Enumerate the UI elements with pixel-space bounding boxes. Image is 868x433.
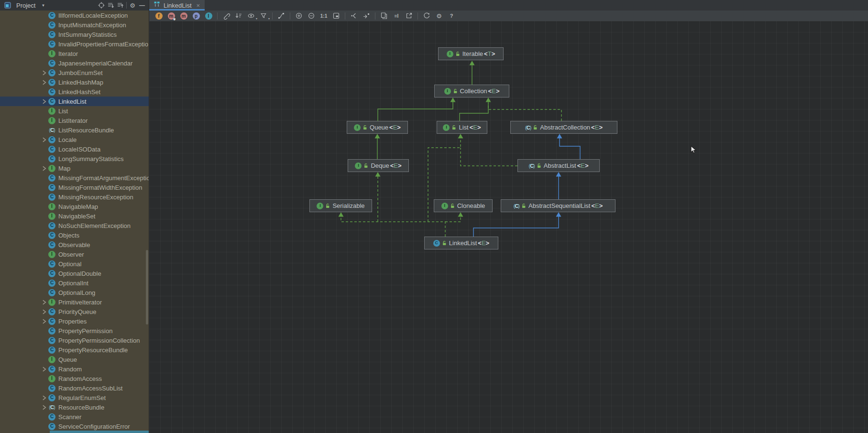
properties-icon[interactable]: p: [190, 11, 202, 21]
sidebar-item-navigableset[interactable]: INavigableSet: [0, 211, 149, 221]
sidebar-item-queue[interactable]: IQueue: [0, 355, 149, 364]
caret-down-icon[interactable]: ▼: [38, 0, 48, 10]
uml-node-abstract-list[interactable]: (C)AbstractList<E>: [517, 159, 600, 172]
chevron-right-icon[interactable]: [40, 166, 48, 171]
sidebar-item-randomaccess[interactable]: IRandomAccess: [0, 374, 149, 383]
sidebar-item-locale[interactable]: CLocale: [0, 135, 149, 144]
chevron-right-icon[interactable]: [40, 367, 48, 372]
locate-icon[interactable]: [97, 0, 106, 10]
sidebar-item-random[interactable]: CRandom: [0, 364, 149, 374]
project-panel-title[interactable]: Project: [16, 2, 35, 9]
chevron-right-icon[interactable]: [40, 309, 48, 314]
sidebar-item-map[interactable]: IMap: [0, 163, 149, 173]
sidebar-item-illformedlocaleexception[interactable]: CIllformedLocaleException: [0, 11, 149, 20]
sidebar-item-intsummarystatistics[interactable]: CIntSummaryStatistics: [0, 30, 149, 39]
sidebar-item-listresourcebundle[interactable]: (C)ListResourceBundle: [0, 125, 149, 135]
help-icon[interactable]: ?: [445, 11, 458, 21]
sidebar-item-localeisodata[interactable]: CLocaleISOData: [0, 144, 149, 154]
uml-node-linked-list[interactable]: CLinkedList<E>: [424, 237, 498, 249]
text-size-icon[interactable]: ≡I: [390, 11, 403, 21]
edge-routing-icon[interactable]: [275, 11, 287, 21]
sidebar-item-observer[interactable]: IObserver: [0, 249, 149, 259]
sidebar-item-linkedhashset[interactable]: CLinkedHashSet: [0, 87, 149, 97]
sidebar-item-optionaldouble[interactable]: COptionalDouble: [0, 269, 149, 278]
diagram-canvas[interactable]: IIterable<T>ICollection<E>IQueue<E>IList…: [149, 21, 868, 433]
sidebar-item-serviceconfigurationerror[interactable]: CServiceConfigurationError: [0, 422, 149, 431]
sidebar-item-primitiveiterator[interactable]: IPrimitiveIterator: [0, 297, 149, 307]
sidebar-item-navigablemap[interactable]: INavigableMap: [0, 202, 149, 211]
tab-linkedlist-diagram[interactable]: LinkedList ×: [149, 0, 205, 11]
fields-icon[interactable]: f: [153, 11, 165, 21]
settings-icon[interactable]: ⚙: [433, 11, 445, 21]
sidebar-item-randomaccesssublist[interactable]: CRandomAccessSubList: [0, 383, 149, 393]
visibility-icon[interactable]: ▾: [245, 11, 257, 21]
hide-panel-icon[interactable]: —: [137, 0, 147, 10]
sidebar-item-objects[interactable]: CObjects: [0, 230, 149, 240]
fit-content-icon[interactable]: [330, 11, 342, 21]
sidebar-item-missingformatwidthexception[interactable]: CMissingFormatWidthException: [0, 183, 149, 192]
export-icon[interactable]: [403, 11, 415, 21]
zoom-in-icon[interactable]: [293, 11, 305, 21]
sidebar-item-invalidpropertiesformatexceptio[interactable]: CInvalidPropertiesFormatExceptio: [0, 39, 149, 49]
sidebar-item-missingformatargumentexceptio[interactable]: CMissingFormatArgumentExceptio: [0, 173, 149, 183]
uml-node-serializable[interactable]: ISerializable: [309, 199, 372, 212]
sidebar-item-linkedhashmap[interactable]: CLinkedHashMap: [0, 77, 149, 87]
uml-node-cloneable[interactable]: ICloneable: [434, 199, 493, 212]
settings-gear-icon[interactable]: ⚙: [128, 0, 137, 10]
refresh-icon[interactable]: [420, 11, 433, 21]
chevron-right-icon[interactable]: [40, 99, 48, 104]
sidebar-item-longsummarystatistics[interactable]: CLongSummaryStatistics: [0, 154, 149, 163]
chevron-right-icon[interactable]: [40, 80, 48, 85]
chevron-right-icon[interactable]: [40, 300, 48, 305]
filter-icon[interactable]: ▾: [257, 11, 270, 21]
sidebar-item-observable[interactable]: CObservable: [0, 240, 149, 249]
chevron-right-icon[interactable]: [40, 137, 48, 142]
sidebar-item-scanner[interactable]: CScanner: [0, 412, 149, 422]
constructors-icon[interactable]: m∗: [165, 11, 177, 21]
sidebar-item-propertyresourcebundle[interactable]: CPropertyResourceBundle: [0, 345, 149, 355]
sidebar-item-iterator[interactable]: IIterator: [0, 49, 149, 58]
chevron-right-icon[interactable]: [40, 395, 48, 401]
uml-node-collection[interactable]: ICollection<E>: [434, 85, 509, 97]
sidebar-item-linkedlist[interactable]: CLinkedList: [0, 97, 149, 106]
sidebar-item-properties[interactable]: CProperties: [0, 316, 149, 326]
sidebar-item-regularenumset[interactable]: CRegularEnumSet: [0, 393, 149, 402]
inner-classes-icon[interactable]: I: [202, 11, 215, 21]
uml-node-abstract-sequential-list[interactable]: (C)AbstractSequentialList<E>: [501, 199, 615, 212]
sidebar-item-optional[interactable]: COptional: [0, 259, 149, 269]
zoom-out-icon[interactable]: [305, 11, 318, 21]
project-panel-header: Project ▼ ⚙—: [0, 0, 149, 11]
uml-node-abstract-collection[interactable]: (C)AbstractCollection<E>: [510, 121, 617, 134]
uml-node-iterable[interactable]: IIterable<T>: [438, 47, 504, 60]
sidebar-item-listiterator[interactable]: IListIterator: [0, 116, 149, 125]
sidebar-item-resourcebundle[interactable]: (C)ResourceBundle: [0, 402, 149, 412]
actual-size-icon[interactable]: 1:1: [318, 11, 330, 21]
uml-node-list[interactable]: IList<E>: [437, 121, 487, 134]
collapse-nodes-icon[interactable]: [348, 11, 360, 21]
sidebar-item-optionalint[interactable]: COptionalInt: [0, 278, 149, 288]
chevron-right-icon[interactable]: [40, 405, 48, 410]
sidebar-item-jumboenumset[interactable]: CJumboEnumSet: [0, 68, 149, 77]
sidebar-item-priorityqueue[interactable]: CPriorityQueue: [0, 307, 149, 316]
sidebar-item-propertypermission[interactable]: CPropertyPermission: [0, 326, 149, 336]
sidebar-item-nosuchelementexception[interactable]: CNoSuchElementException: [0, 221, 149, 230]
uml-node-deque[interactable]: IDeque<E>: [348, 159, 409, 172]
close-tab-icon[interactable]: ×: [197, 2, 200, 9]
sidebar-item-optionallong[interactable]: COptionalLong: [0, 288, 149, 297]
uml-node-queue[interactable]: IQueue<E>: [347, 121, 408, 134]
expand-all-icon[interactable]: [106, 0, 116, 10]
project-list-scrollbar[interactable]: [146, 250, 148, 325]
chevron-right-icon[interactable]: [40, 319, 48, 324]
sidebar-item-japaneseimperialcalendar[interactable]: CJapaneseImperialCalendar: [0, 58, 149, 68]
sidebar-item-list[interactable]: IList: [0, 106, 149, 116]
sidebar-item-missingresourceexception[interactable]: CMissingResourceException: [0, 192, 149, 202]
collapse-all-icon[interactable]: [116, 0, 125, 10]
link-icon[interactable]: [220, 11, 232, 21]
sort-members-icon[interactable]: [232, 11, 245, 21]
methods-icon[interactable]: m: [177, 11, 190, 21]
sidebar-item-propertypermissioncollection[interactable]: CPropertyPermissionCollection: [0, 336, 149, 345]
copy-diagram-icon[interactable]: [378, 11, 390, 21]
sidebar-item-inputmismatchexception[interactable]: CInputMismatchException: [0, 20, 149, 30]
chevron-right-icon[interactable]: [40, 70, 48, 76]
jump-to-source-icon[interactable]: [360, 11, 373, 21]
